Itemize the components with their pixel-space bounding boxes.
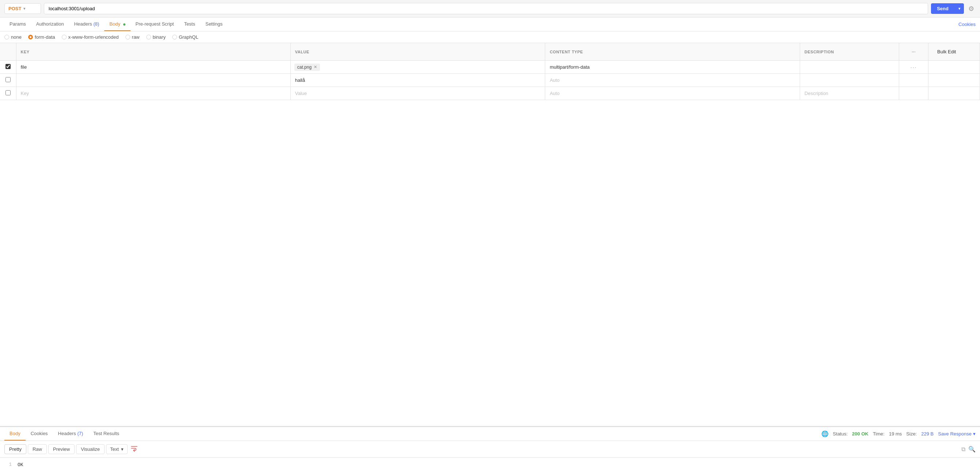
row3-content-type-cell <box>545 87 800 100</box>
radio-graphql <box>172 35 177 40</box>
col-actions: ··· <box>899 43 928 61</box>
method-selector[interactable]: POST ▾ <box>5 3 41 14</box>
tab-authorization[interactable]: Authorization <box>31 17 69 31</box>
status-label: Status: <box>833 431 848 437</box>
send-button[interactable]: Send ▾ <box>931 3 964 14</box>
text-type-chevron: ▾ <box>121 447 124 452</box>
row1-description-input[interactable] <box>800 61 899 73</box>
url-input[interactable] <box>44 3 928 14</box>
row2-description-cell <box>800 74 899 87</box>
status-value: 200 OK <box>852 431 869 437</box>
copy-icon[interactable]: ⧉ <box>961 446 966 453</box>
row2-content-type-input[interactable] <box>545 74 800 87</box>
row2-key-cell <box>16 74 290 87</box>
text-type-dropdown[interactable]: Text ▾ <box>106 444 127 454</box>
row1-value-cell: cat.png ✕ <box>290 61 545 74</box>
resp-headers-badge: (7) <box>77 431 83 436</box>
size-value: 229 B <box>921 431 934 437</box>
row3-description-input[interactable] <box>800 87 899 100</box>
row1-actions[interactable]: ··· <box>899 61 928 74</box>
col-bulk-edit: Bulk Edit <box>928 43 980 61</box>
row1-checkbox-cell <box>0 61 16 74</box>
format-raw-button[interactable]: Raw <box>28 444 47 454</box>
form-table: KEY VALUE CONTENT TYPE DESCRIPTION ··· B… <box>0 43 980 100</box>
col-content-type: CONTENT TYPE <box>545 43 800 61</box>
top-bar: POST ▾ Send ▾ ⚙ <box>0 0 980 17</box>
tab-tests[interactable]: Tests <box>179 17 200 31</box>
body-type-urlencoded[interactable]: x-www-form-urlencoded <box>62 34 119 40</box>
row2-checkbox-cell <box>0 74 16 87</box>
text-type-label: Text <box>110 447 119 452</box>
request-tabs-row: Params Authorization Headers (8) Body Pr… <box>0 17 980 32</box>
resp-tab-headers[interactable]: Headers (7) <box>53 427 89 440</box>
col-checkbox <box>0 43 16 61</box>
row2-content-type-cell <box>545 74 800 87</box>
time-value: 19 ms <box>889 431 902 437</box>
row3-value-input[interactable] <box>291 87 545 100</box>
row1-file-remove[interactable]: ✕ <box>314 65 317 70</box>
row1-checkbox[interactable] <box>5 64 11 69</box>
body-type-row: none form-data x-www-form-urlencoded raw… <box>0 32 980 43</box>
globe-icon: 🌐 <box>821 430 829 437</box>
tab-settings[interactable]: Settings <box>200 17 228 31</box>
tab-headers[interactable]: Headers (8) <box>69 17 105 31</box>
body-type-binary[interactable]: binary <box>146 34 165 40</box>
body-type-graphql[interactable]: GraphQL <box>172 34 198 40</box>
row1-key-cell <box>16 61 290 74</box>
line-number: 1 <box>5 462 12 467</box>
col-description: DESCRIPTION <box>800 43 899 61</box>
row2-checkbox[interactable] <box>5 77 11 82</box>
headers-badge: (8) <box>93 21 99 27</box>
resp-tab-cookies[interactable]: Cookies <box>25 427 53 440</box>
format-pretty-button[interactable]: Pretty <box>5 444 26 454</box>
row1-key-input[interactable] <box>16 61 290 73</box>
row3-value-cell <box>290 87 545 100</box>
body-type-none[interactable]: none <box>5 34 22 40</box>
save-response-chevron: ▾ <box>973 431 975 437</box>
row2-key-input[interactable] <box>16 74 290 87</box>
row2-value-cell <box>290 74 545 87</box>
radio-urlencoded <box>62 35 67 40</box>
body-type-raw[interactable]: raw <box>126 34 140 40</box>
method-chevron: ▾ <box>24 6 25 11</box>
format-preview-button[interactable]: Preview <box>48 444 75 454</box>
send-dropdown-arrow[interactable]: ▾ <box>955 6 964 11</box>
response-section: Body Cookies Headers (7) Test Results 🌐 … <box>0 426 980 472</box>
settings-icon[interactable]: ⚙ <box>967 3 975 14</box>
cookies-link[interactable]: Cookies <box>958 18 975 31</box>
row1-description-cell <box>800 61 899 74</box>
resp-tab-body[interactable]: Body <box>5 427 25 440</box>
table-row <box>0 87 980 100</box>
response-tabs-row: Body Cookies Headers (7) Test Results 🌐 … <box>0 427 980 441</box>
row2-description-input[interactable] <box>800 74 899 87</box>
row1-extra <box>928 61 980 74</box>
tab-body[interactable]: Body <box>104 17 130 31</box>
row1-file-tag: cat.png ✕ <box>294 63 320 71</box>
form-table-wrapper: KEY VALUE CONTENT TYPE DESCRIPTION ··· B… <box>0 43 980 426</box>
col-key: KEY <box>16 43 290 61</box>
body-type-form-data[interactable]: form-data <box>28 34 55 40</box>
row1-filename: cat.png <box>297 65 312 70</box>
save-response-button[interactable]: Save Response ▾ <box>938 431 975 437</box>
row3-content-type-input[interactable] <box>545 87 800 100</box>
row3-actions <box>899 87 928 100</box>
row2-extra <box>928 74 980 87</box>
row1-content-type-input[interactable] <box>545 61 800 73</box>
row2-value-input[interactable] <box>291 74 545 87</box>
word-wrap-icon[interactable] <box>129 443 139 455</box>
row3-checkbox[interactable] <box>5 90 11 95</box>
row3-checkbox-cell <box>0 87 16 100</box>
search-icon[interactable]: 🔍 <box>968 446 975 453</box>
bulk-edit-button[interactable]: Bulk Edit <box>933 46 960 57</box>
row3-key-input[interactable] <box>16 87 290 100</box>
resp-tab-test-results[interactable]: Test Results <box>88 427 124 440</box>
more-options-icon[interactable]: ··· <box>912 50 916 54</box>
line-content: OK <box>18 462 24 467</box>
format-visualize-button[interactable]: Visualize <box>76 444 105 454</box>
radio-binary <box>146 35 151 40</box>
size-label: Size: <box>906 431 917 437</box>
tab-params[interactable]: Params <box>5 17 31 31</box>
code-line: 1 OK <box>0 461 980 468</box>
tab-pre-request[interactable]: Pre-request Script <box>130 17 179 31</box>
table-row: cat.png ✕ ··· <box>0 61 980 74</box>
